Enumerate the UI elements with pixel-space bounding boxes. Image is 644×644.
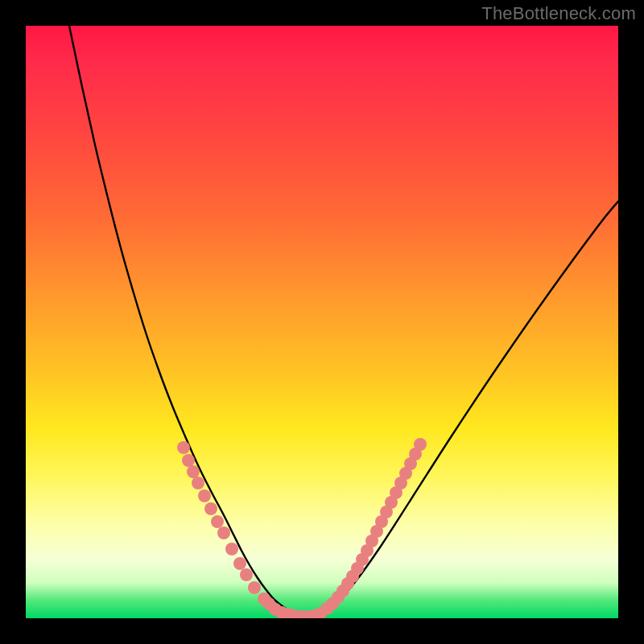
marker-dot bbox=[187, 465, 200, 478]
marker-dot bbox=[225, 543, 238, 555]
outer-frame: TheBottleneck.com bbox=[0, 0, 644, 644]
marker-dot bbox=[414, 438, 427, 451]
marker-dot bbox=[240, 568, 253, 581]
plot-area bbox=[26, 26, 618, 618]
marker-dot bbox=[177, 441, 190, 454]
chart-svg bbox=[26, 26, 618, 618]
marker-dot bbox=[192, 477, 204, 489]
curve-markers bbox=[177, 438, 427, 618]
marker-dot bbox=[211, 515, 224, 528]
curve-line bbox=[69, 26, 618, 617]
marker-dot bbox=[217, 526, 230, 539]
marker-dot bbox=[248, 581, 261, 594]
marker-dot bbox=[182, 454, 195, 467]
marker-dot bbox=[233, 557, 246, 570]
marker-dot bbox=[204, 502, 217, 515]
marker-dot bbox=[198, 489, 211, 502]
watermark-text: TheBottleneck.com bbox=[481, 3, 636, 24]
